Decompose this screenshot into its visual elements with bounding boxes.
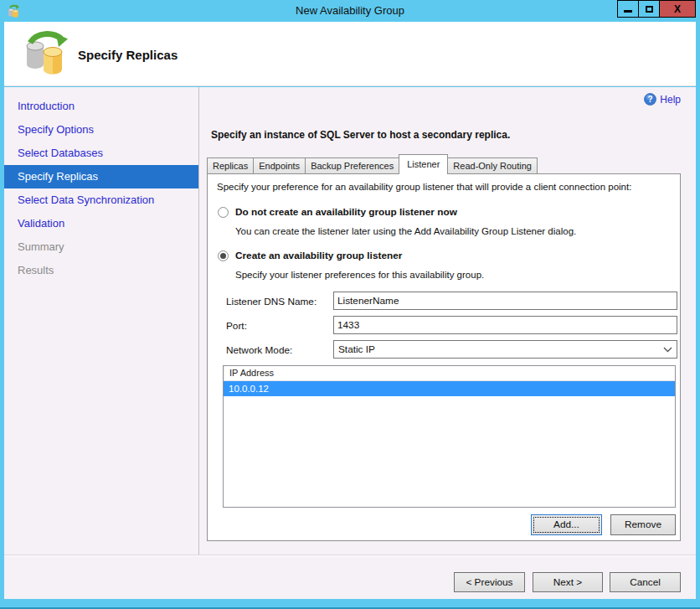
- tab-listener[interactable]: Listener: [399, 154, 448, 174]
- svg-text:?: ?: [648, 95, 653, 104]
- wizard-body: Introduction Specify Options Select Data…: [4, 87, 696, 555]
- help-label: Help: [660, 94, 681, 106]
- close-icon: X: [674, 3, 681, 15]
- tab-backup-preferences[interactable]: Backup Preferences: [305, 157, 399, 174]
- remove-button[interactable]: Remove: [610, 514, 676, 535]
- tab-read-only-routing[interactable]: Read-Only Routing: [447, 157, 538, 174]
- sidebar-item-introduction[interactable]: Introduction: [4, 95, 198, 118]
- listener-tab-panel: Specify your preference for an availabil…: [207, 173, 681, 541]
- window-title: New Availability Group: [0, 4, 700, 17]
- radio-create-listener-description: Specify your listener preferences for th…: [235, 270, 484, 280]
- ip-address-column-header: IP Address: [224, 366, 675, 381]
- radio-no-listener[interactable]: [218, 207, 229, 218]
- database-sync-icon: [23, 28, 68, 77]
- sidebar-item-specify-replicas[interactable]: Specify Replicas: [4, 165, 198, 188]
- next-button[interactable]: Next >: [533, 572, 603, 592]
- help-icon: ?: [644, 93, 656, 106]
- listener-intro-text: Specify your preference for an availabil…: [217, 182, 631, 192]
- sidebar-item-select-data-synchronization[interactable]: Select Data Synchronization: [4, 188, 198, 212]
- cancel-button[interactable]: Cancel: [610, 572, 681, 592]
- sidebar-item-specify-options[interactable]: Specify Options: [4, 118, 198, 142]
- radio-create-listener-label[interactable]: Create an availability group listener: [235, 250, 402, 261]
- steps-list: Introduction Specify Options Select Data…: [4, 87, 198, 282]
- sidebar-item-summary: Summary: [4, 235, 198, 259]
- help-link[interactable]: ? Help: [644, 93, 681, 106]
- new-availability-group-window: New Availability Group X Specify Replica…: [0, 0, 700, 609]
- page-instruction: Specify an instance of SQL Server to hos…: [211, 129, 510, 141]
- wizard-header: Specify Replicas: [4, 22, 696, 86]
- radio-create-listener[interactable]: [218, 250, 229, 261]
- sidebar-item-validation[interactable]: Validation: [4, 212, 198, 235]
- wizard-steps-sidebar: Introduction Specify Options Select Data…: [4, 87, 199, 555]
- tab-replicas[interactable]: Replicas: [207, 157, 254, 174]
- tab-endpoints[interactable]: Endpoints: [253, 157, 306, 174]
- radio-no-listener-description: You can create the listener later using …: [235, 226, 576, 236]
- title-bar[interactable]: New Availability Group X: [0, 0, 700, 22]
- minimize-button[interactable]: [617, 0, 639, 18]
- page-title: Specify Replicas: [78, 48, 178, 62]
- wizard-footer: < Previous Next > Cancel: [4, 555, 696, 599]
- previous-button[interactable]: < Previous: [454, 572, 525, 592]
- ip-address-row[interactable]: 10.0.0.12: [224, 381, 675, 396]
- maximize-button[interactable]: [638, 0, 660, 18]
- dns-name-label: Listener DNS Name:: [226, 296, 317, 307]
- radio-no-listener-label[interactable]: Do not create an availability group list…: [235, 206, 457, 218]
- window-controls: X: [618, 0, 696, 18]
- network-mode-label: Network Mode:: [226, 344, 292, 356]
- close-button[interactable]: X: [659, 0, 696, 18]
- dns-name-input[interactable]: [333, 292, 677, 310]
- ip-address-list[interactable]: IP Address 10.0.0.12: [223, 365, 676, 508]
- sidebar-item-results: Results: [4, 259, 198, 282]
- network-mode-value: Static IP: [338, 343, 375, 355]
- minimize-icon: [624, 10, 632, 13]
- wizard-main-panel: ? Help Specify an instance of SQL Server…: [200, 87, 696, 555]
- sidebar-item-select-databases[interactable]: Select Databases: [4, 142, 198, 165]
- port-label: Port:: [226, 320, 247, 332]
- port-input[interactable]: [333, 316, 677, 334]
- maximize-icon: [646, 6, 653, 13]
- network-mode-dropdown[interactable]: Static IP: [333, 340, 677, 359]
- add-button[interactable]: Add...: [531, 514, 602, 535]
- tab-strip: Replicas Endpoints Backup Preferences Li…: [207, 154, 537, 174]
- chevron-down-icon: [663, 347, 672, 353]
